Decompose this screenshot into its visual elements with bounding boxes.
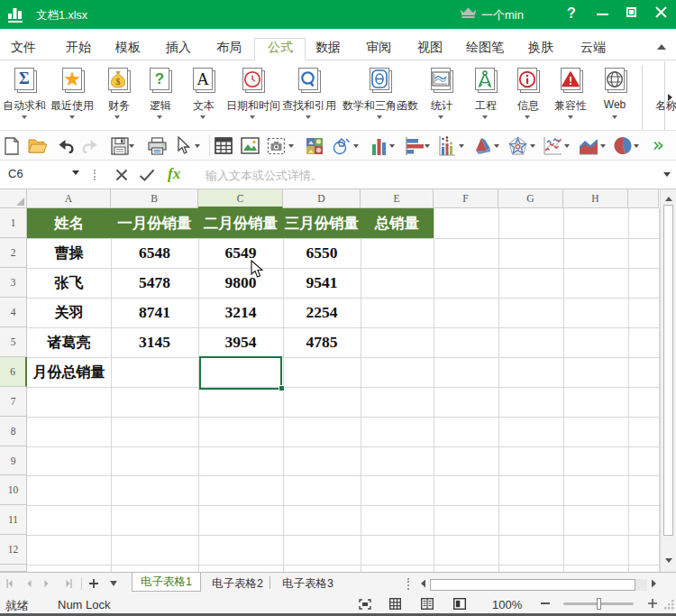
svg-text:$: $ — [116, 77, 121, 87]
